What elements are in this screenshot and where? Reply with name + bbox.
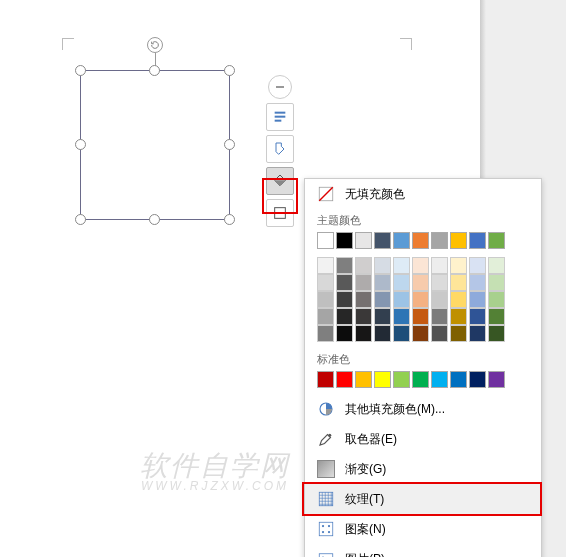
eyedropper-option[interactable]: 取色器(E) <box>305 424 541 454</box>
color-swatch[interactable] <box>355 257 372 274</box>
selected-shape[interactable] <box>80 70 230 220</box>
color-swatch[interactable] <box>317 232 334 249</box>
pattern-option[interactable]: 图案(N) <box>305 514 541 544</box>
color-swatch[interactable] <box>450 308 467 325</box>
color-swatch[interactable] <box>431 274 448 291</box>
format-painter-button[interactable] <box>266 135 294 163</box>
more-colors-option[interactable]: 其他填充颜色(M)... <box>305 394 541 424</box>
svg-point-11 <box>322 525 324 527</box>
color-swatch[interactable] <box>488 291 505 308</box>
color-swatch[interactable] <box>355 232 372 249</box>
texture-label: 纹理(T) <box>345 491 384 508</box>
svg-line-6 <box>319 187 333 201</box>
color-swatch[interactable] <box>431 257 448 274</box>
rotate-handle[interactable] <box>147 37 163 53</box>
color-swatch[interactable] <box>488 308 505 325</box>
text-wrap-button[interactable] <box>266 103 294 131</box>
color-swatch[interactable] <box>469 325 486 342</box>
resize-handle-tr[interactable] <box>224 65 235 76</box>
resize-handle-tl[interactable] <box>75 65 86 76</box>
fill-button[interactable] <box>266 167 294 195</box>
color-swatch[interactable] <box>450 371 467 388</box>
picture-option[interactable]: 图片(P) <box>305 544 541 557</box>
color-swatch[interactable] <box>469 308 486 325</box>
color-swatch[interactable] <box>393 371 410 388</box>
color-swatch[interactable] <box>336 274 353 291</box>
color-swatch[interactable] <box>355 371 372 388</box>
resize-handle-ml[interactable] <box>75 139 86 150</box>
color-swatch[interactable] <box>317 308 334 325</box>
color-swatch[interactable] <box>488 257 505 274</box>
color-swatch[interactable] <box>374 371 391 388</box>
color-swatch[interactable] <box>336 325 353 342</box>
color-swatch[interactable] <box>412 274 429 291</box>
color-swatch[interactable] <box>412 232 429 249</box>
color-swatch[interactable] <box>336 257 353 274</box>
no-fill-option[interactable]: 无填充颜色 <box>305 179 541 209</box>
color-swatch[interactable] <box>374 232 391 249</box>
color-swatch[interactable] <box>450 257 467 274</box>
color-swatch[interactable] <box>317 274 334 291</box>
color-swatch[interactable] <box>469 291 486 308</box>
color-swatch[interactable] <box>336 232 353 249</box>
color-swatch[interactable] <box>393 232 410 249</box>
color-swatch[interactable] <box>488 371 505 388</box>
color-swatch[interactable] <box>393 308 410 325</box>
color-swatch[interactable] <box>488 325 505 342</box>
color-swatch[interactable] <box>336 371 353 388</box>
resize-handle-mb[interactable] <box>149 214 160 225</box>
color-swatch[interactable] <box>355 308 372 325</box>
color-swatch[interactable] <box>431 371 448 388</box>
color-swatch[interactable] <box>355 291 372 308</box>
color-swatch[interactable] <box>355 274 372 291</box>
color-swatch[interactable] <box>431 291 448 308</box>
resize-handle-bl[interactable] <box>75 214 86 225</box>
resize-handle-mt[interactable] <box>149 65 160 76</box>
color-swatch[interactable] <box>412 371 429 388</box>
color-swatch[interactable] <box>393 291 410 308</box>
outline-button[interactable] <box>266 199 294 227</box>
color-swatch[interactable] <box>393 325 410 342</box>
color-swatch[interactable] <box>469 371 486 388</box>
texture-option[interactable]: 纹理(T) <box>305 484 541 514</box>
color-swatch[interactable] <box>336 291 353 308</box>
more-colors-label: 其他填充颜色(M)... <box>345 401 445 418</box>
color-swatch[interactable] <box>412 257 429 274</box>
color-swatch[interactable] <box>431 325 448 342</box>
color-swatch[interactable] <box>450 232 467 249</box>
color-swatch[interactable] <box>488 232 505 249</box>
color-swatch[interactable] <box>412 325 429 342</box>
color-swatch[interactable] <box>336 308 353 325</box>
color-swatch[interactable] <box>374 274 391 291</box>
color-swatch[interactable] <box>355 325 372 342</box>
color-swatch[interactable] <box>317 257 334 274</box>
color-swatch[interactable] <box>431 232 448 249</box>
color-swatch[interactable] <box>374 308 391 325</box>
color-swatch[interactable] <box>317 325 334 342</box>
crop-mark-tl <box>62 38 74 50</box>
color-swatch[interactable] <box>450 325 467 342</box>
color-swatch[interactable] <box>374 291 391 308</box>
color-swatch[interactable] <box>317 291 334 308</box>
fill-popup: 无填充颜色 主题颜色 标准色 其他填充颜色(M)... 取色器(E) 渐变(G)… <box>304 178 542 557</box>
svg-point-8 <box>328 434 331 437</box>
color-swatch[interactable] <box>450 291 467 308</box>
color-swatch[interactable] <box>450 274 467 291</box>
color-swatch[interactable] <box>374 325 391 342</box>
color-swatch[interactable] <box>488 274 505 291</box>
color-swatch[interactable] <box>317 371 334 388</box>
resize-handle-mr[interactable] <box>224 139 235 150</box>
color-swatch[interactable] <box>374 257 391 274</box>
color-swatch[interactable] <box>431 308 448 325</box>
gradient-option[interactable]: 渐变(G) <box>305 454 541 484</box>
color-swatch[interactable] <box>393 274 410 291</box>
color-swatch[interactable] <box>393 257 410 274</box>
color-swatch[interactable] <box>469 257 486 274</box>
color-swatch[interactable] <box>469 232 486 249</box>
color-swatch[interactable] <box>412 308 429 325</box>
color-swatch[interactable] <box>469 274 486 291</box>
collapse-button[interactable] <box>268 75 292 99</box>
resize-handle-br[interactable] <box>224 214 235 225</box>
no-fill-icon <box>317 185 335 203</box>
color-swatch[interactable] <box>412 291 429 308</box>
